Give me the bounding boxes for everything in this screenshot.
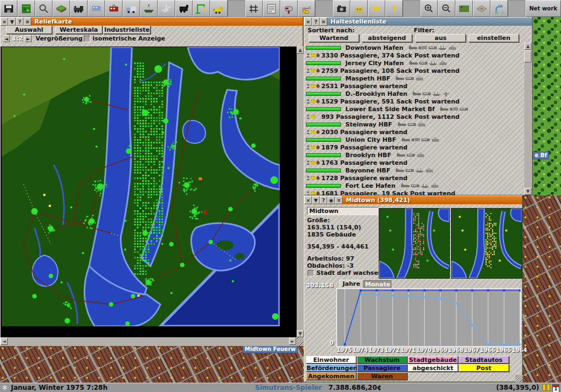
- list-scrollbar[interactable]: ▲ ▼: [524, 43, 531, 195]
- stop-row[interactable]: Jersey City Hafen2759 Passagiere, 108 Sa…: [305, 59, 524, 74]
- stop-row[interactable]: Bayonne HBF1728 Passagiere wartend: [305, 166, 524, 182]
- stop-row[interactable]: Brooklyn HBF1763 Passagiere wartend: [305, 151, 524, 166]
- city-growth-checkbox[interactable]: [308, 270, 314, 276]
- sort-label: Sortiert nach:: [308, 27, 355, 34]
- rotate-icon: WEN: [493, 3, 505, 14]
- city-name-input[interactable]: Midtown: [307, 207, 378, 215]
- tool-monorail-button[interactable]: [88, 0, 105, 17]
- scroll-left-icon[interactable]: ◄: [1, 338, 8, 345]
- stop-row[interactable]: D.-Brooklyn Hafen1529 Passagiere, 591 Sa…: [305, 90, 524, 105]
- stop-row[interactable]: Union City HBF1879 Passagiere wartend: [305, 136, 524, 151]
- stat-button-wachstum[interactable]: Wachstum: [357, 356, 407, 364]
- close-icon[interactable]: ×: [304, 196, 312, 204]
- stop-row[interactable]: Fort Lee Hafen1681 Passagiere, 19 Sack P…: [305, 182, 524, 197]
- tool-air-button[interactable]: [158, 0, 175, 17]
- stop-name: Downtown Hafen: [345, 44, 403, 51]
- tool-road-button[interactable]: [123, 0, 140, 17]
- tool-mailbox-button[interactable]: [280, 0, 298, 17]
- stop-row[interactable]: Maspeth HBF2531 Passagiere wartend: [305, 74, 524, 90]
- tool-inspect-button[interactable]: [35, 0, 53, 17]
- scroll-down-icon[interactable]: ▼: [297, 330, 304, 337]
- tool-save-button[interactable]: [0, 0, 18, 17]
- goto-eye-icon[interactable]: ◉: [327, 196, 335, 204]
- tool-signals-button[interactable]: [245, 0, 263, 17]
- city-titlebar[interactable]: × ▼ ? ◉ ¤ Midtown (398,421): [304, 196, 522, 204]
- stop-row[interactable]: Steinway HBF2030 Passagiere wartend: [305, 120, 524, 136]
- help-icon[interactable]: ?: [320, 196, 327, 204]
- industry-list-button[interactable]: Industrieliste: [103, 26, 151, 34]
- tool-rotate-button[interactable]: WEN: [490, 0, 508, 17]
- stop-row[interactable]: Lower East Side Market Bf993 Passagiere,…: [305, 105, 524, 120]
- pin-icon[interactable]: ¤: [335, 196, 343, 204]
- stop-row[interactable]: Downtown Hafen3330 Passagiere, 374 Sack …: [305, 44, 524, 59]
- stat-button-angekommen[interactable]: Angekommen: [306, 372, 356, 380]
- zoom-out-arrow[interactable]: ◄: [3, 35, 10, 42]
- help-icon[interactable]: ?: [16, 18, 24, 26]
- tool-bulldoze-button[interactable]: [210, 0, 228, 17]
- isometric-checkbox[interactable]: [84, 36, 90, 42]
- filter-toggle-button[interactable]: aus: [415, 34, 466, 42]
- tool-zoom-out-button[interactable]: [438, 0, 455, 17]
- tab-months[interactable]: Monate: [364, 280, 391, 289]
- tool-finances-button[interactable]: [298, 0, 315, 17]
- rollup-icon[interactable]: ▼: [312, 196, 320, 204]
- tool-special-rail-button[interactable]: [175, 0, 193, 17]
- close-icon[interactable]: ×: [1, 18, 8, 26]
- tool-ship-button[interactable]: [140, 0, 158, 17]
- tool-rail-button[interactable]: [70, 0, 88, 17]
- stat-button-post[interactable]: Post: [459, 364, 509, 372]
- tool-zoom-in-button[interactable]: [420, 0, 438, 17]
- help-icon[interactable]: ?: [312, 18, 320, 26]
- zoom-out-icon: [441, 3, 453, 14]
- stop-cargo-icons: [306, 191, 321, 195]
- stop-vehicle-icons: [409, 45, 457, 50]
- scrollbar-thumb[interactable]: [524, 50, 531, 62]
- stat-button-stadtgebude[interactable]: Stadtgebäude: [408, 356, 458, 364]
- relief-map-canvas[interactable]: [2, 47, 280, 326]
- tool-view-button[interactable]: [455, 0, 473, 17]
- tool-grid-button[interactable]: [473, 0, 490, 17]
- scroll-right-icon[interactable]: ►: [289, 338, 296, 345]
- close-icon[interactable]: ×: [304, 18, 312, 26]
- map-horizontal-scrollbar[interactable]: ◄ ►: [1, 337, 297, 346]
- resize-corner[interactable]: [516, 375, 523, 382]
- pin-icon[interactable]: ¤: [24, 18, 31, 26]
- stat-button-waren[interactable]: Waren: [357, 372, 407, 380]
- stat-button-stadtautos[interactable]: Stadtautos: [459, 356, 509, 364]
- sort-criteria-button[interactable]: Wartend: [309, 34, 359, 42]
- stat-button-einwohner[interactable]: Einwohner: [306, 356, 356, 364]
- game-world-right-bottom[interactable]: [523, 195, 561, 383]
- scroll-down-icon[interactable]: ▼: [524, 188, 531, 195]
- rollup-icon[interactable]: ▼: [8, 18, 16, 26]
- tool-lists-button[interactable]: [263, 0, 280, 17]
- tool-map-button[interactable]: [18, 0, 35, 17]
- resize-corner[interactable]: [297, 337, 304, 346]
- tool-city-button[interactable]: [350, 0, 368, 17]
- tool-terrain-button[interactable]: [53, 0, 70, 17]
- tool-tram-button[interactable]: [105, 0, 123, 17]
- filter-settings-button[interactable]: einstellen: [469, 34, 519, 42]
- game-world-right[interactable]: [533, 17, 561, 195]
- stat-button-befrderungen[interactable]: Beförderungen: [306, 364, 356, 372]
- tool-network-button[interactable]: Net work: [525, 0, 561, 17]
- pin-icon[interactable]: ¤: [320, 18, 327, 26]
- stop-list-titlebar[interactable]: × ? ¤ Haltestellenliste: [304, 18, 532, 26]
- post-icon: [311, 114, 315, 119]
- stat-button-passagiere[interactable]: Passagiere: [357, 364, 407, 372]
- selection-button[interactable]: Auswahl: [6, 26, 52, 34]
- relief-titlebar[interactable]: × ▼ ? ¤ Reliefkarte: [1, 18, 303, 26]
- tool-fast-forward-button[interactable]: [368, 0, 385, 17]
- scroll-up-icon[interactable]: ▲: [297, 47, 304, 54]
- scale-button[interactable]: Werteskala: [55, 26, 102, 34]
- tool-build-crane-button[interactable]: [193, 0, 210, 17]
- tool-screenshot-button[interactable]: [333, 0, 350, 17]
- tool-help-button[interactable]: ?: [385, 0, 403, 17]
- map-vertical-scrollbar[interactable]: ▲ ▼: [297, 47, 304, 337]
- scroll-up-icon[interactable]: ▲: [524, 43, 531, 50]
- tab-years[interactable]: Jahre: [339, 280, 363, 288]
- stat-button-abgeschickt[interactable]: abgeschickt: [408, 364, 458, 372]
- ship-icon: [421, 183, 430, 188]
- post-icon: [311, 130, 315, 134]
- zoom-in-arrow[interactable]: ►: [25, 35, 32, 42]
- sort-order-button[interactable]: absteigend: [362, 34, 412, 42]
